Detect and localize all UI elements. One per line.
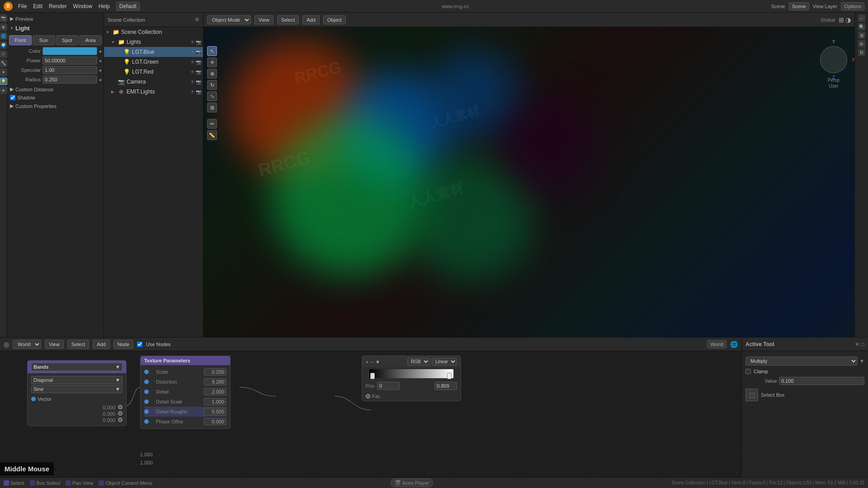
- pos-input-left[interactable]: [377, 382, 400, 390]
- outliner-row-lights[interactable]: ▼ 📁 Lights 👁 📷: [104, 37, 203, 47]
- outliner-filter-icon[interactable]: ⚙: [195, 17, 199, 23]
- menu-help[interactable]: Help: [99, 3, 110, 9]
- annotate-tool-btn[interactable]: ✏: [207, 119, 217, 129]
- distortion-socket[interactable]: [144, 380, 149, 384]
- ramp-handle-right[interactable]: [447, 373, 452, 379]
- light-data-icon[interactable]: 💡: [0, 78, 7, 85]
- pos-input-right[interactable]: [434, 382, 457, 390]
- camera-render-icon[interactable]: 📷: [196, 80, 201, 84]
- right-tool-1[interactable]: ↔: [858, 14, 865, 22]
- detail-scale-socket[interactable]: [144, 399, 149, 404]
- select-btn[interactable]: Select: [277, 15, 299, 24]
- color-ramp-menu[interactable]: ▼: [375, 359, 380, 365]
- outliner-row-camera[interactable]: 📷 Camera 👁 📷: [104, 77, 203, 87]
- vector-socket[interactable]: [31, 397, 36, 401]
- viewport-overlay-icon[interactable]: ⊞: [839, 16, 844, 23]
- viewport-shading-icon[interactable]: ◑: [845, 16, 851, 23]
- move-tool-btn[interactable]: ⊕: [207, 69, 217, 79]
- status-context-menu-btn[interactable]: Object Context Menu: [99, 480, 152, 486]
- node-node-btn[interactable]: Node: [113, 340, 133, 349]
- outliner-row-collection[interactable]: ▼ 📁 Scene Collection: [104, 27, 203, 37]
- world-mode-selector[interactable]: World: [13, 340, 41, 349]
- particles-icon[interactable]: ✦: [0, 69, 7, 76]
- scale-val[interactable]: 0.200: [204, 368, 226, 375]
- node-view-btn[interactable]: View: [45, 340, 64, 349]
- menu-window[interactable]: Window: [73, 3, 92, 9]
- light-type-point[interactable]: Point: [9, 35, 32, 45]
- mode-selector[interactable]: Object Mode: [207, 15, 251, 24]
- distortion-val[interactable]: 9.280: [204, 378, 226, 385]
- scale-tool-btn[interactable]: ⤡: [207, 91, 217, 101]
- operation-dropdown[interactable]: Multiply: [745, 357, 858, 366]
- render-icon[interactable]: 📷: [0, 14, 7, 22]
- status-box-select-btn[interactable]: Box Select: [30, 480, 61, 486]
- rgb-selector[interactable]: RGB: [407, 358, 430, 366]
- lgt-red-eye-icon[interactable]: 👁: [190, 70, 195, 75]
- detail-roughness-socket[interactable]: [144, 409, 149, 414]
- menu-edit[interactable]: Edit: [33, 3, 42, 9]
- outliner-row-emit-lights[interactable]: ▶ ⊕ EMIT.Lights 👁 📷: [104, 87, 203, 97]
- lgt-green-render-icon[interactable]: 📷: [196, 60, 201, 65]
- phase-socket[interactable]: [144, 419, 149, 424]
- sine-dropdown[interactable]: Sine ▼: [31, 385, 123, 393]
- linear-selector[interactable]: Linear: [432, 358, 457, 366]
- light-type-area[interactable]: Area: [79, 35, 102, 45]
- world-selector-label[interactable]: World: [707, 340, 726, 348]
- emit-eye-icon[interactable]: 👁: [190, 89, 195, 94]
- select-tool-btn[interactable]: ↖: [207, 46, 217, 56]
- node-canvas[interactable]: World Bands ▼ Diagonal ▼ Sine ▼: [0, 351, 741, 477]
- out-socket-1[interactable]: [118, 411, 123, 416]
- clamp-checkbox[interactable]: [745, 369, 751, 374]
- phase-val[interactable]: 0.000: [204, 418, 226, 425]
- specular-field[interactable]: 1.00: [42, 66, 97, 74]
- outliner-row-lgt-red[interactable]: 💡 LGT.Red 👁 📷: [104, 67, 203, 77]
- output-icon[interactable]: 🖥: [0, 23, 7, 31]
- value-field[interactable]: 0.100: [779, 377, 864, 385]
- panel-max-icon[interactable]: □: [861, 341, 864, 347]
- right-tool-3[interactable]: ⊞: [858, 32, 865, 39]
- custom-distance-section[interactable]: ▶ Custom Distance: [9, 85, 102, 94]
- layout-selector[interactable]: Default: [116, 2, 140, 11]
- emit-render-icon[interactable]: 📷: [196, 89, 201, 94]
- detail-socket[interactable]: [144, 389, 149, 394]
- nav-gizmo[interactable]: X Y Z: [820, 46, 847, 73]
- material-icon[interactable]: ●: [0, 87, 7, 94]
- color-ramp-bar[interactable]: [369, 369, 453, 378]
- world-icon[interactable]: 🌍: [0, 42, 7, 49]
- diagonal-dropdown[interactable]: Diagonal ▼: [31, 376, 123, 384]
- object-icon[interactable]: ▽: [0, 51, 7, 58]
- camera-eye-icon[interactable]: 👁: [190, 80, 195, 84]
- detail-roughness-val[interactable]: 0.500: [204, 408, 226, 415]
- lgt-red-render-icon[interactable]: 📷: [196, 70, 201, 75]
- select-box-icon[interactable]: ⬚: [745, 389, 758, 401]
- status-pan-view-btn[interactable]: Pan View: [66, 480, 93, 486]
- shadow-checkbox[interactable]: [10, 95, 15, 100]
- measure-tool-btn[interactable]: 📏: [207, 130, 217, 140]
- scale-socket[interactable]: [144, 370, 149, 374]
- lgt-blue-eye-icon[interactable]: 👁: [190, 50, 195, 55]
- operation-chevron[interactable]: ▼: [859, 358, 864, 364]
- lights-restrict-icon[interactable]: 👁: [190, 40, 195, 45]
- scene-icon[interactable]: 🌐: [0, 33, 7, 40]
- light-type-sun[interactable]: Sun: [33, 35, 55, 45]
- global-selector[interactable]: Global: [821, 17, 835, 23]
- menu-render[interactable]: Render: [49, 3, 66, 9]
- detail-val[interactable]: 2.000: [204, 388, 226, 395]
- modifier-icon[interactable]: 🔧: [0, 60, 7, 67]
- rotate-tool-btn[interactable]: ↻: [207, 80, 217, 90]
- right-tool-2[interactable]: 🔍: [858, 23, 865, 30]
- scene-dropdown[interactable]: Scene: [789, 2, 809, 10]
- node-select-btn[interactable]: Select: [67, 340, 90, 349]
- right-tool-4[interactable]: ⚙: [858, 40, 865, 47]
- bands-dropdown[interactable]: Bands ▼: [31, 363, 123, 371]
- node-add-btn[interactable]: Add: [93, 340, 110, 349]
- lgt-blue-render-icon[interactable]: 📷: [196, 50, 201, 55]
- object-btn[interactable]: Object: [323, 15, 346, 24]
- fac-socket[interactable]: [366, 394, 370, 399]
- remove-stop-btn[interactable]: −: [370, 359, 373, 365]
- status-select-btn[interactable]: Select: [4, 480, 24, 486]
- options-btn[interactable]: Options: [841, 2, 864, 10]
- transform-tool-btn[interactable]: ⊞: [207, 103, 217, 113]
- cursor-tool-btn[interactable]: ✛: [207, 57, 217, 67]
- menu-file[interactable]: File: [18, 3, 27, 9]
